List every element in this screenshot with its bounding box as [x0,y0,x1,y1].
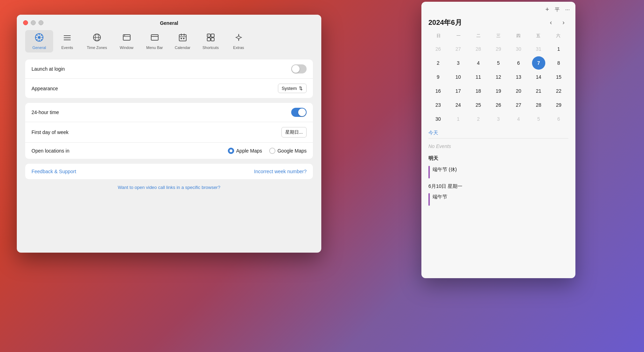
day-cell[interactable]: 23 [432,98,445,112]
svg-rect-28 [211,34,214,37]
24hour-toggle[interactable] [291,108,307,117]
svg-line-6 [36,35,37,36]
day-cell[interactable]: 9 [432,70,445,84]
extras-icon [234,33,243,44]
launch-login-toggle[interactable] [291,64,307,73]
day-cell[interactable]: 30 [512,42,525,56]
day-cell[interactable]: 29 [492,42,505,56]
appearance-dropdown[interactable]: System ⇅ [278,84,307,93]
svg-line-8 [41,35,42,36]
tab-shortcuts[interactable]: Shortcuts [197,30,225,52]
day-cell[interactable]: 26 [432,42,445,56]
day-cell[interactable]: 5 [492,56,505,70]
tab-general-label: General [32,45,46,50]
day-cell[interactable]: 17 [451,84,465,98]
day-cell[interactable]: 3 [451,56,465,70]
svg-rect-25 [181,38,182,39]
day-cell[interactable]: 16 [432,84,445,98]
day-cell[interactable]: 14 [532,70,545,84]
day-cell[interactable]: 22 [552,84,565,98]
tab-events[interactable]: Events [53,30,81,52]
google-maps-radio[interactable] [269,148,275,154]
feedback-link[interactable]: Feedback & Support [31,169,76,174]
svg-rect-30 [211,38,214,41]
tab-menubar-label: Menu Bar [146,45,163,50]
day-cell[interactable]: 27 [512,98,525,112]
svg-point-1 [38,36,41,39]
day-cell[interactable]: 24 [451,98,465,112]
open-locations-label: Open locations in [31,148,69,154]
more-button[interactable]: ··· [565,7,570,13]
divider [428,138,568,139]
pin-button[interactable]: 平 [555,7,560,13]
day-cell[interactable]: 20 [512,84,525,98]
open-locations-row: Open locations in Apple Maps Google Maps [25,143,313,159]
day-cell[interactable]: 19 [492,84,505,98]
day-cell[interactable]: 25 [472,98,485,112]
day-cell[interactable]: 15 [552,70,565,84]
day-cell[interactable]: 28 [532,98,545,112]
day-cell[interactable]: 30 [432,112,445,126]
day-cell[interactable]: 6 [512,56,525,70]
day-cell-today[interactable]: 7 [532,56,545,70]
day-cell[interactable]: 18 [472,84,485,98]
calendar-nav: ‹ › [546,17,568,27]
radio-inner [230,149,232,152]
first-day-dropdown[interactable]: 星期日... [281,127,307,138]
add-event-button[interactable]: + [545,6,549,13]
calendar-window: + 平 ··· 2024年6月 ‹ › 日 一 二 三 四 五 六 26 27 … [421,2,575,278]
day-cell[interactable]: 4 [512,112,525,126]
day-cell[interactable]: 26 [492,98,505,112]
event-name-2: 端午节 [433,192,447,200]
general-icon [35,33,44,44]
next-day-event-1[interactable]: 端午节 [428,192,568,206]
day-cell[interactable]: 1 [451,112,465,126]
day-cell[interactable]: 29 [552,98,565,112]
day-cell[interactable]: 11 [472,70,485,84]
tab-extras[interactable]: Extras [225,30,253,52]
day-cell[interactable]: 13 [512,70,525,84]
google-maps-option[interactable]: Google Maps [269,148,307,154]
day-cell[interactable]: 6 [552,112,565,126]
tab-calendar[interactable]: Calendar [169,30,197,52]
tab-timezones[interactable]: Time Zones [81,30,113,52]
day-cell[interactable]: 2 [472,112,485,126]
next-month-button[interactable]: › [559,17,568,27]
week-number-link[interactable]: Incorrect week number? [254,169,307,174]
svg-rect-29 [207,38,210,41]
day-cell[interactable]: 4 [472,56,485,70]
day-cell[interactable]: 10 [451,70,465,84]
svg-rect-27 [207,34,210,37]
close-button[interactable] [23,20,28,25]
svg-point-18 [124,35,125,36]
appearance-value: System [282,86,297,91]
day-cell[interactable]: 8 [552,56,565,70]
maximize-button[interactable] [38,20,43,25]
video-call-link[interactable]: Want to open video call links in a speci… [118,185,220,190]
appearance-row: Appearance System ⇅ [25,79,313,98]
month-title: 2024年6月 [428,18,462,27]
day-cell[interactable]: 2 [432,56,445,70]
tomorrow-event-1[interactable]: 端午节 (休) [428,165,568,178]
day-cell[interactable]: 12 [492,70,505,84]
day-cell[interactable]: 27 [451,42,465,56]
event-name: 端午节 (休) [433,165,457,173]
day-cell[interactable]: 21 [532,84,545,98]
location-radio-group: Apple Maps Google Maps [228,148,307,154]
apple-maps-radio[interactable] [228,148,234,154]
prev-month-button[interactable]: ‹ [546,17,556,27]
settings-content: Launch at login Appearance System ⇅ 24-h… [17,52,321,197]
minimize-button[interactable] [31,20,36,25]
tab-window[interactable]: Window [113,30,141,52]
day-cell[interactable]: 5 [532,112,545,126]
shortcuts-icon [206,33,215,44]
day-cell[interactable]: 31 [532,42,545,56]
apple-maps-option[interactable]: Apple Maps [228,148,262,154]
weekday-tue: 二 [468,31,488,40]
tab-general[interactable]: General [25,30,53,52]
tab-menubar[interactable]: Menu Bar [141,30,169,52]
day-cell[interactable]: 28 [472,42,485,56]
24hour-row: 24-hour time [25,103,313,122]
day-cell[interactable]: 3 [492,112,505,126]
day-cell[interactable]: 1 [552,42,565,56]
